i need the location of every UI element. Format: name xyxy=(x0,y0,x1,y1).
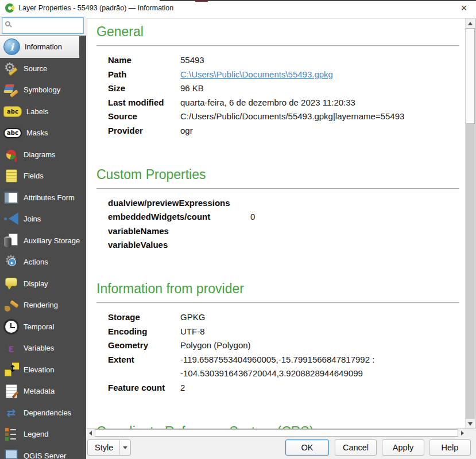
property-row: Name55493 xyxy=(108,53,459,68)
content-scroll-area: General Name55493PathC:\Users\Public\Doc… xyxy=(87,18,465,429)
sidebar-item-actions[interactable]: Actions xyxy=(0,251,79,273)
scroll-right-icon[interactable] xyxy=(458,429,466,437)
search-input[interactable] xyxy=(2,17,84,34)
section-divider xyxy=(96,302,459,303)
sidebar-item-label: Actions xyxy=(24,258,48,266)
sidebar-item-metadata[interactable]: Metadata xyxy=(0,380,79,402)
qgis-server-icon xyxy=(3,448,19,459)
section-custom-properties: Custom Properties dualview/previewExpres… xyxy=(96,167,459,252)
general-rows: Name55493PathC:\Users\Public\Documents\5… xyxy=(96,53,459,138)
ok-button[interactable]: OK xyxy=(285,439,329,456)
sidebar-item-label: Attributes Form xyxy=(24,193,75,202)
property-row: dualview/previewExpressions xyxy=(108,196,459,211)
property-row: variableNames xyxy=(108,224,459,239)
joins-icon xyxy=(3,211,19,227)
sidebar-item-rendering[interactable]: Rendering xyxy=(0,294,79,316)
sidebar-item-elevation[interactable]: Elevation xyxy=(0,359,79,381)
sidebar-item-label: Variables xyxy=(24,344,54,352)
sidebar-search-area xyxy=(0,16,86,36)
display-icon xyxy=(3,276,19,291)
property-row: Size96 KB xyxy=(108,81,459,96)
style-button[interactable]: Style xyxy=(87,439,131,456)
section-title-crs: Coordinate Reference System (CRS) xyxy=(96,424,459,429)
sidebar-item-legend[interactable]: Legend xyxy=(0,423,79,445)
sidebar-item-display[interactable]: Display xyxy=(0,273,79,295)
sidebar-item-masks[interactable]: Masks xyxy=(0,122,79,144)
custom-properties-rows: dualview/previewExpressionsembeddedWidge… xyxy=(96,196,459,252)
sidebar-item-qgis-server[interactable]: QGIS Server xyxy=(0,445,79,459)
property-label: Last modified xyxy=(108,96,180,110)
auxiliary-storage-icon xyxy=(3,233,19,248)
property-label: dualview/previewExpressions xyxy=(108,196,250,211)
masks-icon xyxy=(3,128,22,138)
vertical-scrollbar-thumb[interactable] xyxy=(466,28,475,124)
property-label: Encoding xyxy=(108,325,180,339)
section-crs: Coordinate Reference System (CRS) xyxy=(96,424,459,429)
footer-bar: Style OK Cancel Apply Help xyxy=(86,437,476,459)
section-divider xyxy=(96,45,459,46)
section-title-provider-info: Information from provider xyxy=(96,281,459,297)
sidebar-item-label: Display xyxy=(24,279,48,288)
sidebar-item-source[interactable]: Source xyxy=(0,58,79,80)
property-label: Name xyxy=(108,53,180,68)
apply-button[interactable]: Apply xyxy=(382,439,424,456)
section-provider-info: Information from provider StorageGPKGEnc… xyxy=(96,281,459,395)
property-row: PathC:\Users\Public\Documents\55493.gpkg xyxy=(108,68,459,82)
sidebar-item-label: Elevation xyxy=(24,365,54,374)
property-value: C:/Users/Public/Documents/55493.gpkg|lay… xyxy=(180,110,404,124)
property-label: variableNames xyxy=(108,224,250,239)
section-general: General Name55493PathC:\Users\Public\Doc… xyxy=(96,24,459,138)
window-title: Layer Properties - 55493 (padrão) — Info… xyxy=(18,4,173,12)
style-button-label: Style xyxy=(95,443,113,452)
legend-icon xyxy=(3,426,19,442)
path-link[interactable]: C:\Users\Public\Documents\55493.gpkg xyxy=(180,68,333,82)
labels-icon xyxy=(3,106,22,117)
title-bar: Layer Properties - 55493 (padrão) — Info… xyxy=(0,0,476,16)
property-label: Source xyxy=(108,110,180,124)
sidebar-item-auxiliary-storage[interactable]: Auxiliary Storage xyxy=(0,230,79,252)
provider-info-rows: StorageGPKGEncodingUTF-8GeometryPolygon … xyxy=(96,310,459,395)
actions-icon xyxy=(3,254,19,270)
sidebar-item-label: Fields xyxy=(24,172,44,180)
close-icon[interactable]: × xyxy=(456,1,471,15)
scroll-down-icon[interactable] xyxy=(466,419,475,429)
property-label: Path xyxy=(108,68,180,82)
property-row: Last modifiedquarta-feira, 6 de dezembro… xyxy=(108,96,459,110)
sidebar-item-information[interactable]: Information xyxy=(0,36,79,58)
help-button[interactable]: Help xyxy=(429,439,471,456)
symbology-icon xyxy=(3,82,19,98)
vertical-scrollbar[interactable] xyxy=(465,18,475,429)
sidebar-item-attributes-form[interactable]: Attributes Form xyxy=(0,187,79,209)
diagrams-icon xyxy=(3,147,19,162)
scroll-left-icon[interactable] xyxy=(87,429,95,437)
property-value: 55493 xyxy=(180,53,204,68)
sidebar-item-temporal[interactable]: Temporal xyxy=(0,316,79,338)
sidebar-item-variables[interactable]: Variables xyxy=(0,337,79,359)
property-label: variableValues xyxy=(108,238,250,252)
chevron-down-icon[interactable] xyxy=(119,440,130,455)
scroll-up-icon[interactable] xyxy=(466,18,475,28)
horizontal-scrollbar-thumb[interactable] xyxy=(95,429,458,437)
sidebar-item-diagrams[interactable]: Diagrams xyxy=(0,144,79,166)
search-icon xyxy=(5,21,10,26)
property-value: 2 xyxy=(180,381,185,395)
fields-icon xyxy=(3,168,19,184)
sidebar-item-label: Information xyxy=(25,42,62,51)
section-title-general: General xyxy=(96,24,459,40)
property-row: Feature count2 xyxy=(108,381,459,395)
property-label: embeddedWidgets/count xyxy=(108,210,250,224)
sidebar-item-joins[interactable]: Joins xyxy=(0,208,79,230)
property-row: variableValues xyxy=(108,238,459,252)
variables-icon xyxy=(3,340,19,356)
sidebar-item-label: Joins xyxy=(24,215,41,223)
information-icon xyxy=(3,38,20,55)
sidebar-item-symbology[interactable]: Symbology xyxy=(0,79,79,101)
temporal-icon xyxy=(3,319,19,334)
cancel-button[interactable]: Cancel xyxy=(335,439,377,456)
sidebar-item-fields[interactable]: Fields xyxy=(0,165,79,187)
horizontal-scrollbar[interactable] xyxy=(87,429,466,437)
sidebar-item-dependencies[interactable]: Dependencies xyxy=(0,402,79,424)
scrollbar-corner xyxy=(466,429,476,437)
top-edge-artifact-red xyxy=(195,0,208,2)
sidebar-item-labels[interactable]: Labels xyxy=(0,101,79,123)
